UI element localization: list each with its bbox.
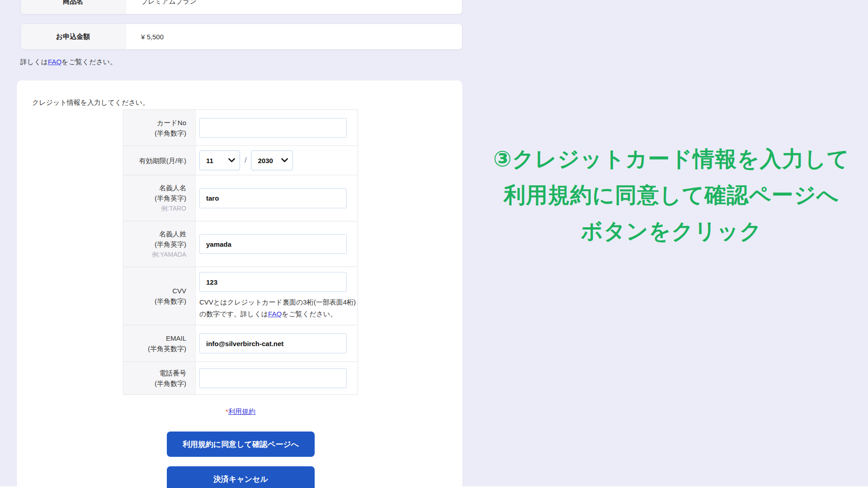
holder-last-name-example: 例:YAMADA (152, 249, 186, 260)
credit-form-heading: クレジット情報を入力してください。 (32, 99, 149, 107)
phone-row: 電話番号 (半角数字) (123, 362, 358, 394)
expiry-year-value: 2030 (258, 157, 273, 164)
faq-note-suffix: をご覧ください。 (61, 58, 117, 66)
credit-form-card: クレジット情報を入力してください。 カードNo (半角数字) 有効期限(月/年) (17, 80, 462, 488)
expiry-year-select[interactable]: 2030 (251, 150, 293, 170)
expiry-label: 有効期限(月/年) (139, 155, 186, 166)
card-number-label: カードNo (157, 117, 186, 128)
holder-last-name-row: 名義人姓 (半角英字) 例:YAMADA (123, 221, 358, 267)
email-label-cell: EMAIL (半角英数字) (123, 325, 196, 361)
cvv-help-line2-suffix: をご覧ください。 (282, 310, 337, 318)
cvv-help-line1: CVVとはクレジットカード裏面の3桁(一部表面4桁) (199, 296, 358, 308)
holder-first-name-value-cell (196, 175, 358, 221)
terms-row: *利用規約 (123, 408, 358, 416)
terms-link[interactable]: 利用規約 (228, 408, 255, 415)
product-name-label: 商品名 (21, 0, 126, 14)
product-name-value: プレミアムプラン (126, 0, 462, 14)
email-input[interactable] (199, 333, 347, 353)
card-number-input[interactable] (199, 118, 347, 138)
annotation-line2: 利用規約に同意して確認ページへ (475, 177, 868, 213)
agree-confirm-button[interactable]: 利用規約に同意して確認ページへ (167, 432, 315, 457)
card-number-note: (半角数字) (155, 128, 186, 138)
phone-value-cell (196, 362, 358, 394)
cvv-help: CVVとはクレジットカード裏面の3桁(一部表面4桁) の数字です。詳しくはFAQ… (199, 296, 358, 320)
holder-last-name-value-cell (196, 221, 358, 267)
holder-first-name-row: 名義人名 (半角英字) 例:TARO (123, 175, 358, 221)
holder-first-name-note: (半角英字) (155, 193, 186, 203)
annotation-line1: ③クレジットカード情報を入力して (475, 141, 868, 177)
phone-label: 電話番号 (159, 368, 186, 378)
email-note: (半角英数字) (148, 343, 186, 354)
holder-first-name-label-cell: 名義人名 (半角英字) 例:TARO (123, 175, 196, 221)
holder-first-name-input[interactable] (199, 188, 347, 208)
cvv-row: CVV (半角数字) CVVとはクレジットカード裏面の3桁(一部表面4桁) の数… (123, 267, 358, 325)
holder-last-name-input[interactable] (199, 234, 347, 254)
cvv-faq-link[interactable]: FAQ (268, 310, 282, 318)
cvv-input[interactable] (199, 272, 347, 292)
annotation-text: ③クレジットカード情報を入力して 利用規約に同意して確認ページへ ボタンをクリッ… (475, 141, 868, 249)
expiry-row: 有効期限(月/年) 11 / 2030 (123, 146, 358, 175)
card-number-value-cell (196, 110, 358, 145)
email-value-cell (196, 325, 358, 361)
cancel-payment-button[interactable]: 決済キャンセル (167, 466, 315, 488)
card-number-label-cell: カードNo (半角数字) (123, 110, 196, 145)
phone-input[interactable] (199, 368, 347, 388)
product-name-row: 商品名 プレミアムプラン (20, 0, 462, 14)
phone-label-cell: 電話番号 (半角数字) (123, 362, 196, 394)
faq-note-prefix: 詳しくは (20, 58, 48, 66)
holder-first-name-example: 例:TARO (161, 203, 186, 214)
credit-form-table: カードNo (半角数字) 有効期限(月/年) 11 (123, 109, 358, 395)
holder-last-name-label: 名義人姓 (159, 229, 186, 239)
cvv-label-cell: CVV (半角数字) (123, 267, 196, 325)
holder-first-name-label: 名義人名 (159, 183, 186, 193)
email-label: EMAIL (166, 333, 186, 343)
expiry-label-cell: 有効期限(月/年) (123, 146, 196, 175)
cvv-note: (半角数字) (155, 296, 186, 306)
email-row: EMAIL (半角英数字) (123, 325, 358, 362)
phone-note: (半角数字) (155, 378, 186, 389)
faq-note: 詳しくはFAQをご覧ください。 (20, 58, 117, 66)
amount-row: お申込金額 ¥ 5,500 (20, 23, 462, 50)
cvv-help-line2: の数字です。詳しくはFAQをご覧ください。 (199, 308, 358, 320)
faq-link[interactable]: FAQ (48, 58, 61, 66)
holder-last-name-note: (半角英字) (155, 239, 186, 249)
expiry-separator: / (245, 156, 246, 164)
cvv-value-cell: CVVとはクレジットカード裏面の3桁(一部表面4桁) の数字です。詳しくはFAQ… (196, 267, 358, 325)
chevron-down-icon (228, 158, 235, 163)
amount-label: お申込金額 (21, 24, 126, 49)
cvv-help-line2-prefix: の数字です。詳しくは (199, 310, 268, 318)
payment-page: 商品名 プレミアムプラン お申込金額 ¥ 5,500 詳しくはFAQをご覧くださ… (0, 0, 868, 488)
expiry-month-select[interactable]: 11 (199, 150, 240, 170)
annotation-line3: ボタンをクリック (475, 213, 868, 249)
chevron-down-icon (281, 158, 288, 163)
expiry-month-value: 11 (206, 157, 213, 164)
holder-last-name-label-cell: 名義人姓 (半角英字) 例:YAMADA (123, 221, 196, 267)
amount-value: ¥ 5,500 (126, 24, 462, 49)
expiry-value-cell: 11 / 2030 (196, 146, 358, 175)
card-number-row: カードNo (半角数字) (123, 110, 358, 146)
cvv-label: CVV (172, 286, 186, 296)
